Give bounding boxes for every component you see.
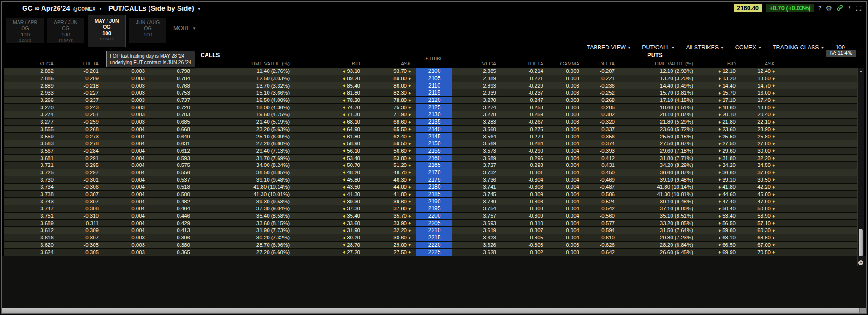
puts-ask-cell[interactable]: 45.00 ◆ [736, 191, 775, 197]
table-row[interactable]: 2.886-0.2090.0030.78412.50 (3.03%)◆ 89.2… [4, 75, 857, 83]
puts-ask-cell[interactable]: 53.90 ◆ [736, 213, 775, 219]
calls-bid-cell[interactable]: ◆ 48.20 [290, 170, 360, 175]
puts-bid-cell[interactable]: ◆ 36.60 [693, 170, 736, 175]
calls-bid-cell[interactable]: ◆ 64.90 [290, 126, 360, 132]
calls-bid-cell[interactable]: ◆ 41.30 [290, 191, 360, 197]
table-row[interactable]: 3.751-0.3100.0040.44635.40 (8.58%)◆ 35.4… [4, 213, 857, 220]
calls-ask-cell[interactable]: 46.30 ◆ [360, 177, 411, 183]
puts-ask-cell[interactable]: 30.00 ◆ [736, 148, 775, 154]
puts-ask-cell[interactable]: 16.00 ◆ [736, 90, 775, 95]
puts-ask-cell[interactable]: 27.80 ◆ [736, 141, 775, 146]
table-row[interactable]: 3.563-0.2780.0040.63127.20 (6.60%)◆ 58.9… [4, 140, 857, 148]
puts-bid-cell[interactable]: ◆ 13.20 [693, 76, 736, 81]
puts-bid-cell[interactable]: ◆ 27.50 [693, 141, 736, 146]
calls-ask-cell[interactable]: 59.50 ◆ [360, 141, 411, 146]
table-row[interactable]: 3.567-0.2840.0040.61229.40 (7.13%)◆ 56.1… [4, 148, 857, 155]
puts-ask-cell[interactable]: 32.20 ◆ [736, 155, 775, 161]
table-row[interactable]: 3.559-0.2730.0040.64925.10 (6.09%)◆ 61.8… [4, 133, 857, 140]
table-row[interactable]: 3.270-0.2430.0030.72018.00 (4.36%)◆ 74.7… [4, 104, 857, 111]
calls-bid-cell[interactable]: ◆ 85.40 [290, 83, 360, 89]
puts-bid-cell[interactable]: ◆ 44.60 [693, 191, 736, 197]
calls-bid-cell[interactable]: ◆ 31.90 [290, 227, 360, 233]
puts-ask-cell[interactable]: 14.70 ◆ [736, 83, 775, 89]
calls-ask-cell[interactable]: 53.80 ◆ [360, 155, 411, 161]
table-row[interactable]: 3.743-0.3070.0040.48239.30 (9.53%)◆ 39.3… [4, 198, 857, 205]
puts-bid-cell[interactable]: ◆ 20.10 [693, 112, 736, 117]
puts-ask-cell[interactable]: 57.10 ◆ [736, 220, 775, 226]
puts-bid-cell[interactable]: ◆ 15.70 [693, 90, 736, 95]
table-row[interactable]: 3.747-0.3080.0040.46437.30 (9.04%)◆ 37.3… [4, 205, 857, 213]
chevron-down-icon[interactable]: ▼ [197, 7, 201, 11]
calls-bid-cell[interactable]: ◆ 37.30 [290, 206, 360, 211]
table-row[interactable]: 3.738-0.3070.0040.50041.30 (10.01%)◆ 41.… [4, 191, 857, 198]
puts-ask-cell[interactable]: 25.80 ◆ [736, 134, 775, 139]
puts-bid-cell[interactable]: ◆ 59.80 [693, 227, 736, 233]
trading-class-dropdown[interactable]: TRADING CLASS▼ [773, 44, 824, 51]
calls-bid-cell[interactable]: ◆ 39.30 [290, 199, 360, 204]
calls-ask-cell[interactable]: 75.30 ◆ [360, 105, 411, 110]
puts-bid-cell[interactable]: ◆ 47.40 [693, 199, 736, 204]
table-row[interactable]: 3.555-0.2680.0040.66823.20 (5.63%)◆ 64.9… [4, 126, 857, 133]
table-row[interactable]: 3.616-0.3070.0030.39630.20 (7.32%)◆ 30.2… [4, 234, 857, 242]
table-row[interactable]: 3.689-0.3110.0040.42933.60 (8.15%)◆ 33.6… [4, 220, 857, 227]
table-row[interactable]: 3.721-0.2950.0040.57534.00 (8.24%)◆ 50.7… [4, 162, 857, 169]
puts-ask-cell[interactable]: 39.50 ◆ [736, 177, 775, 183]
calls-ask-cell[interactable]: 86.00 ◆ [360, 83, 411, 89]
gear-icon[interactable]: ⚙ [826, 5, 832, 12]
calls-bid-cell[interactable]: ◆ 74.70 [290, 105, 360, 110]
puts-bid-cell[interactable]: ◆ 53.40 [693, 213, 736, 219]
puts-bid-cell[interactable]: ◆ 29.60 [693, 148, 736, 154]
puts-bid-cell[interactable]: ◆ 50.40 [693, 206, 736, 211]
calls-ask-cell[interactable]: 27.50 ◆ [360, 250, 411, 255]
table-row[interactable]: 2.882-0.2010.0030.79811.40 (2.76%)◆ 93.1… [4, 68, 857, 75]
calls-ask-cell[interactable]: 35.70 ◆ [360, 213, 411, 219]
puts-bid-cell[interactable]: ◆ 18.60 [693, 105, 736, 110]
calls-bid-cell[interactable]: ◆ 93.10 [290, 68, 360, 74]
calls-bid-cell[interactable]: ◆ 28.70 [290, 242, 360, 248]
table-row[interactable]: 2.933-0.2270.0030.75315.10 (3.66%)◆ 81.8… [4, 89, 857, 97]
puts-bid-cell[interactable]: ◆ 23.60 [693, 126, 736, 132]
puts-ask-cell[interactable]: 34.50 ◆ [736, 162, 775, 168]
scroll-up-arrow-icon[interactable]: ▲ [858, 68, 864, 75]
table-row[interactable]: 3.681-0.2910.0040.59331.70 (7.69%)◆ 53.4… [4, 155, 857, 162]
puts-ask-cell[interactable]: 22.10 ◆ [736, 119, 775, 125]
calls-ask-cell[interactable]: 48.70 ◆ [360, 170, 411, 175]
table-row[interactable]: 3.624-0.3050.0030.36527.20 (6.60%)◆ 27.2… [4, 249, 857, 256]
puts-bid-cell[interactable]: ◆ 69.90 [693, 250, 736, 255]
calls-bid-cell[interactable]: ◆ 71.30 [290, 112, 360, 117]
puts-bid-cell[interactable]: ◆ 17.10 [693, 97, 736, 103]
put-call-dropdown[interactable]: PUT/CALL▼ [642, 44, 675, 51]
calls-ask-cell[interactable]: 51.20 ◆ [360, 162, 411, 168]
calls-bid-cell[interactable]: ◆ 58.90 [290, 141, 360, 146]
puts-ask-cell[interactable]: 23.90 ◆ [736, 126, 775, 132]
calls-ask-cell[interactable]: 82.30 ◆ [360, 90, 411, 95]
puts-bid-cell[interactable]: ◆ 25.50 [693, 134, 736, 139]
calls-bid-cell[interactable]: ◆ 50.70 [290, 162, 360, 168]
calls-bid-cell[interactable]: ◆ 81.80 [290, 90, 360, 95]
calls-ask-cell[interactable]: 71.90 ◆ [360, 112, 411, 117]
calls-ask-cell[interactable]: 89.80 ◆ [360, 76, 411, 81]
calls-ask-cell[interactable]: 39.60 ◆ [360, 199, 411, 204]
link-icon[interactable] [836, 4, 844, 12]
puts-bid-cell[interactable]: ◆ 12.10 [693, 68, 736, 74]
calls-ask-cell[interactable]: 41.80 ◆ [360, 191, 411, 197]
more-tabs-button[interactable]: MORE ▼ [173, 25, 196, 31]
puts-ask-cell[interactable]: 47.90 ◆ [736, 199, 775, 204]
calls-bid-cell[interactable]: ◆ 56.10 [290, 148, 360, 154]
table-row[interactable]: 3.725-0.2970.0040.55636.50 (8.85%)◆ 48.2… [4, 169, 857, 177]
strikes-dropdown[interactable]: All STRIKES▼ [686, 44, 724, 51]
calls-ask-cell[interactable]: 68.60 ◆ [360, 119, 411, 125]
calls-bid-cell[interactable]: ◆ 35.40 [290, 213, 360, 219]
table-row[interactable]: 3.266-0.2370.0030.73716.50 (4.00%)◆ 78.2… [4, 97, 857, 104]
vertical-scrollbar[interactable]: ▲ ▼ [857, 68, 864, 266]
puts-ask-cell[interactable]: 60.30 ◆ [736, 227, 775, 233]
calls-ask-cell[interactable]: 56.60 ◆ [360, 148, 411, 154]
calls-ask-cell[interactable]: 65.50 ◆ [360, 126, 411, 132]
calls-bid-cell[interactable]: ◆ 53.40 [290, 155, 360, 161]
puts-ask-cell[interactable]: 50.80 ◆ [736, 206, 775, 211]
puts-bid-cell[interactable]: ◆ 56.50 [693, 220, 736, 226]
help-icon[interactable]: ? [818, 5, 822, 11]
horizontal-scrollbar[interactable] [2, 308, 866, 313]
calls-ask-cell[interactable]: 32.20 ◆ [360, 227, 411, 233]
calls-bid-cell[interactable]: ◆ 89.20 [290, 76, 360, 81]
